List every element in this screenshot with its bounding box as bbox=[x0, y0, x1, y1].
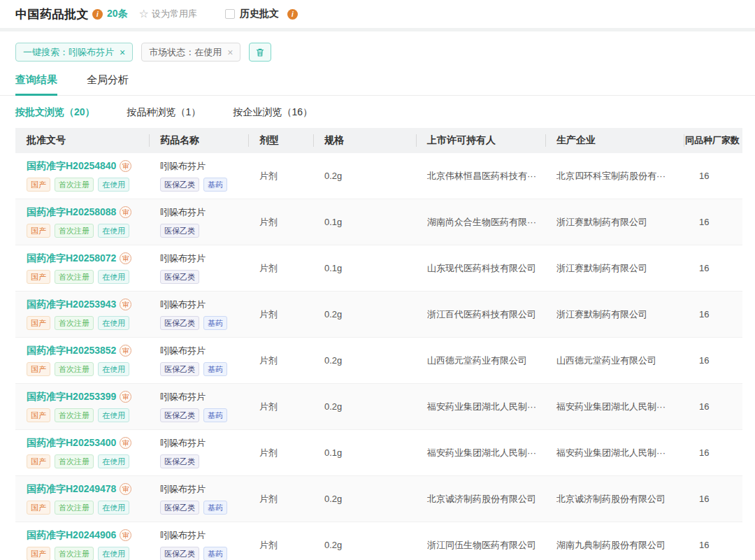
approval-cell: 国药准字H20258072 审 国产首次注册在使用 bbox=[15, 252, 149, 284]
badge-green: 首次注册 bbox=[55, 224, 94, 238]
specification: 0.1g bbox=[313, 447, 416, 458]
drug-name[interactable]: 吲哚布芬片 bbox=[160, 437, 248, 450]
drug-name[interactable]: 吲哚布芬片 bbox=[160, 206, 248, 219]
drug-name[interactable]: 吲哚布芬片 bbox=[160, 345, 248, 357]
producer: 浙江赛默制药有限公司 bbox=[545, 216, 684, 229]
filter-tag-label: 一键搜索：吲哚布芬片 bbox=[23, 46, 114, 59]
main-tabs: 查询结果 全局分析 bbox=[0, 67, 755, 96]
approval-badges: 国产首次注册在使用 bbox=[27, 408, 149, 422]
license-holder: 福安药业集团湖北人民制··· bbox=[416, 401, 545, 413]
drug-name[interactable]: 吲哚布芬片 bbox=[160, 299, 248, 311]
approval-number-link[interactable]: 国药准字H20253943 bbox=[27, 299, 116, 311]
subtab-by-company[interactable]: 按企业浏览（16） bbox=[233, 106, 312, 119]
review-status-icon[interactable]: 审 bbox=[120, 160, 131, 172]
history-toggle[interactable]: 历史批文 i bbox=[225, 8, 298, 20]
approval-cell: 国药准字H20253399 审 国产首次注册在使用 bbox=[15, 391, 149, 422]
table-row[interactable]: 国药准字H20258088 审 国产首次注册在使用 吲哚布芬片 医保乙类 片剂 … bbox=[15, 199, 742, 245]
license-holder: 北京伟林恒昌医药科技有··· bbox=[416, 170, 545, 182]
same-variety-count: 16 bbox=[684, 171, 742, 181]
tab-query-results[interactable]: 查询结果 bbox=[15, 73, 57, 96]
drug-badges: 医保乙类基药 bbox=[160, 316, 248, 330]
filter-tag-search[interactable]: 一键搜索：吲哚布芬片 × bbox=[15, 43, 133, 62]
approval-number-link[interactable]: 国药准字H20249478 bbox=[27, 483, 116, 496]
drug-name[interactable]: 吲哚布芬片 bbox=[160, 483, 248, 496]
badge-green: 首次注册 bbox=[55, 316, 94, 330]
subtab-by-approval[interactable]: 按批文浏览（20） bbox=[15, 106, 95, 119]
set-favorite-button[interactable]: ☆ 设为常用库 bbox=[139, 8, 197, 20]
same-variety-count: 16 bbox=[684, 263, 742, 273]
table-row[interactable]: 国药准字H20258072 审 国产首次注册在使用 吲哚布芬片 医保乙类 片剂 … bbox=[15, 245, 742, 292]
approval-badges: 国产首次注册在使用 bbox=[27, 270, 149, 284]
drug-name[interactable]: 吲哚布芬片 bbox=[160, 252, 248, 265]
dosage-form: 片剂 bbox=[248, 539, 313, 552]
info-icon[interactable]: i bbox=[92, 9, 103, 20]
table-row[interactable]: 国药准字H20253943 审 国产首次注册在使用 吲哚布芬片 医保乙类基药 片… bbox=[15, 292, 742, 338]
results-table: 批准文号 药品名称 剂型 规格 上市许可持有人 生产企业 同品种厂家数 国药准字… bbox=[15, 128, 742, 560]
drug-cell: 吲哚布芬片 医保乙类基药 bbox=[149, 345, 248, 376]
review-status-icon[interactable]: 审 bbox=[120, 391, 131, 403]
badge-navy: 医保乙类 bbox=[160, 501, 199, 515]
drug-cell: 吲哚布芬片 医保乙类基药 bbox=[149, 391, 248, 422]
drug-cell: 吲哚布芬片 医保乙类基药 bbox=[149, 299, 248, 330]
approval-number-link[interactable]: 国药准字H20244906 bbox=[27, 529, 116, 542]
drug-name[interactable]: 吲哚布芬片 bbox=[160, 529, 248, 542]
approval-badges: 国产首次注册在使用 bbox=[27, 316, 149, 330]
drug-name[interactable]: 吲哚布芬片 bbox=[160, 160, 248, 173]
badge-navy: 医保乙类 bbox=[160, 408, 199, 422]
drug-badges: 医保乙类基药 bbox=[160, 362, 248, 376]
dosage-form: 片剂 bbox=[248, 262, 313, 275]
license-holder: 浙江同伍生物医药有限公司 bbox=[416, 539, 545, 552]
table-row[interactable]: 国药准字H20253400 审 国产首次注册在使用 吲哚布芬片 医保乙类 片剂 … bbox=[15, 430, 742, 476]
review-status-icon[interactable]: 审 bbox=[120, 437, 131, 449]
view-tabs: 按批文浏览（20） 按品种浏览（1） 按企业浏览（16） bbox=[0, 96, 755, 119]
review-status-icon[interactable]: 审 bbox=[120, 299, 131, 310]
badge-blue: 基药 bbox=[203, 362, 227, 376]
same-variety-count: 16 bbox=[684, 217, 742, 227]
badge-orange: 国产 bbox=[27, 316, 50, 330]
producer: 浙江赛默制药有限公司 bbox=[545, 262, 684, 275]
drug-badges: 医保乙类 bbox=[160, 270, 248, 284]
table-row[interactable]: 国药准字H20253852 审 国产首次注册在使用 吲哚布芬片 医保乙类基药 片… bbox=[15, 338, 742, 384]
page-title: 中国药品批文 bbox=[15, 6, 89, 22]
dosage-form: 片剂 bbox=[248, 493, 313, 505]
table-row[interactable]: 国药准字H20249478 审 国产首次注册在使用 吲哚布芬片 医保乙类基药 片… bbox=[15, 476, 742, 522]
remove-filter-icon[interactable]: × bbox=[120, 48, 125, 57]
filter-tag-label: 市场状态：在使用 bbox=[149, 46, 222, 59]
approval-number-link[interactable]: 国药准字H20253400 bbox=[27, 437, 116, 450]
table-row[interactable]: 国药准字H20254840 审 国产首次注册在使用 吲哚布芬片 医保乙类基药 片… bbox=[15, 153, 742, 199]
table-row[interactable]: 国药准字H20253399 审 国产首次注册在使用 吲哚布芬片 医保乙类基药 片… bbox=[15, 384, 742, 430]
review-status-icon[interactable]: 审 bbox=[120, 206, 131, 218]
remove-filter-icon[interactable]: × bbox=[227, 48, 233, 57]
clear-filters-button[interactable] bbox=[249, 43, 271, 62]
filter-tag-market-status[interactable]: 市场状态：在使用 × bbox=[141, 43, 240, 62]
specification: 0.2g bbox=[313, 401, 416, 412]
drug-cell: 吲哚布芬片 医保乙类 bbox=[149, 252, 248, 284]
badge-teal: 在使用 bbox=[98, 270, 129, 284]
info-icon[interactable]: i bbox=[287, 9, 298, 20]
review-status-icon[interactable]: 审 bbox=[120, 345, 131, 357]
review-status-icon[interactable]: 审 bbox=[120, 483, 131, 495]
review-status-icon[interactable]: 审 bbox=[120, 252, 131, 264]
badge-orange: 国产 bbox=[27, 501, 50, 515]
subtab-by-variety[interactable]: 按品种浏览（1） bbox=[127, 106, 201, 119]
approval-number-link[interactable]: 国药准字H20253399 bbox=[27, 391, 116, 403]
dosage-form: 片剂 bbox=[248, 401, 313, 413]
history-checkbox[interactable] bbox=[225, 9, 235, 19]
approval-number-link[interactable]: 国药准字H20258088 bbox=[27, 206, 116, 219]
column-header-spec: 规格 bbox=[313, 134, 416, 147]
badge-teal: 在使用 bbox=[98, 454, 129, 468]
topbar: 中国药品批文 i 20条 ☆ 设为常用库 历史批文 i bbox=[0, 0, 755, 28]
table-row[interactable]: 国药准字H20244906 审 国产首次注册在使用 吲哚布芬片 医保乙类基药 片… bbox=[15, 522, 742, 560]
drug-name[interactable]: 吲哚布芬片 bbox=[160, 391, 248, 403]
approval-number-link[interactable]: 国药准字H20253852 bbox=[27, 345, 116, 357]
approval-number-link[interactable]: 国药准字H20258072 bbox=[27, 252, 116, 265]
badge-navy: 医保乙类 bbox=[160, 224, 199, 238]
history-label: 历史批文 bbox=[240, 8, 279, 20]
dosage-form: 片剂 bbox=[248, 216, 313, 229]
badge-blue: 基药 bbox=[203, 408, 227, 422]
drug-badges: 医保乙类基药 bbox=[160, 501, 248, 515]
approval-cell: 国药准字H20253400 审 国产首次注册在使用 bbox=[15, 437, 149, 468]
tab-global-analysis[interactable]: 全局分析 bbox=[87, 73, 129, 95]
approval-number-link[interactable]: 国药准字H20254840 bbox=[27, 160, 116, 173]
review-status-icon[interactable]: 审 bbox=[120, 529, 131, 541]
